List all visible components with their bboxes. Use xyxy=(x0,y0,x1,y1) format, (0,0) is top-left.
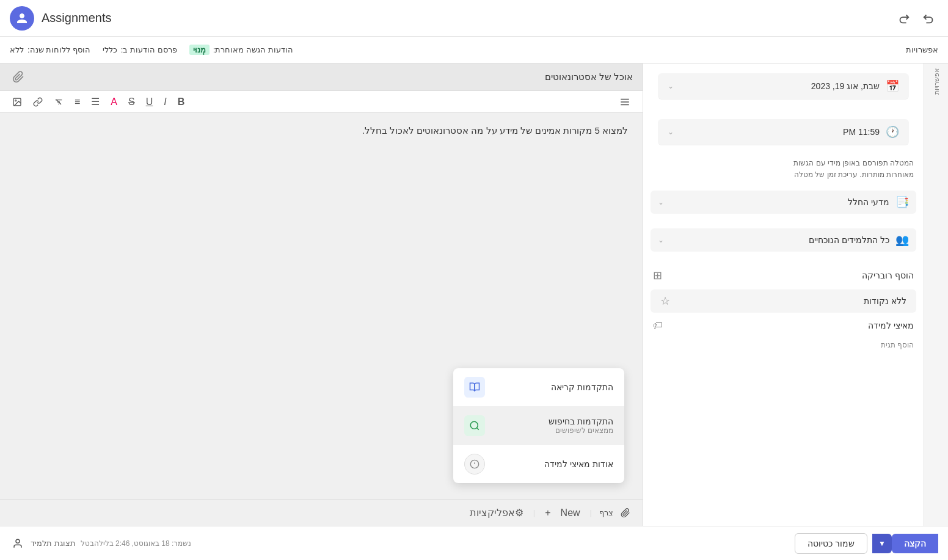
apps-label: אפליקציות xyxy=(470,507,515,518)
plus-label: + xyxy=(545,507,550,518)
late-info-line1: המטלה תפורסם באופן מידי עם הגשות xyxy=(653,158,914,169)
strikethrough-button[interactable]: S xyxy=(126,95,137,109)
submit-arrow-button[interactable]: ▼ xyxy=(872,534,892,553)
format-value: כללי xyxy=(103,45,117,54)
rubric-label: הוסף רובריקה xyxy=(862,271,914,280)
time-section: 🕐 11:59 PM ⌄ xyxy=(643,109,924,155)
time-value: 11:59 PM xyxy=(843,127,880,137)
no-label: ללא xyxy=(10,45,24,54)
link-button[interactable] xyxy=(31,96,45,108)
content-title: אוכל של אסטרונאוטים xyxy=(545,71,633,82)
search-progress-item[interactable]: התקדמות בחיפוש ממצאים לשיפושים xyxy=(453,407,624,445)
options-item[interactable]: אפשרויות xyxy=(906,45,938,54)
editor-tools-right xyxy=(617,95,633,109)
text-color-button[interactable]: A xyxy=(108,95,120,109)
attach-title-button[interactable] xyxy=(10,68,27,85)
students-row-left: 👥 כל התלמידים הנוכחיים xyxy=(809,233,909,247)
split-btn: הקצה ▼ xyxy=(872,534,938,553)
submit-button[interactable]: הקצה xyxy=(892,534,938,553)
students-value: כל התלמידים הנוכחיים xyxy=(809,235,889,245)
editor-toolbar: B I U S A ☰ ≡ xyxy=(0,90,643,113)
underline-button[interactable]: U xyxy=(144,95,156,109)
tag-row[interactable]: מאיצי למידה 🏷 xyxy=(643,315,924,336)
right-content: אוכל של אסטרונאוטים B I xyxy=(0,64,643,526)
time-row-left: 🕐 11:59 PM xyxy=(843,125,899,139)
students-chevron: ⌄ xyxy=(658,236,664,244)
post-format-item[interactable]: פרסם הודעות ב: כללי xyxy=(103,45,177,54)
date-section: 📅 שבת, אוג 19, 2023 ⌄ xyxy=(643,64,924,109)
students-row[interactable]: 👥 כל התלמידים הנוכחיים ⌄ xyxy=(651,228,916,252)
top-bar-right: Assignments xyxy=(10,6,112,31)
add-label-row: הוסף תגית xyxy=(643,338,924,352)
date-chevron: ⌄ xyxy=(668,82,674,90)
new-button[interactable]: New xyxy=(558,506,583,520)
star-icon: ☆ xyxy=(660,294,670,308)
subject-row[interactable]: 📑 מדעי החלל ⌄ xyxy=(651,191,916,214)
subject-icon: 📑 xyxy=(895,195,909,209)
time-chevron: ⌄ xyxy=(668,128,674,136)
far-left-label: אפשרויות xyxy=(932,68,940,95)
list-unordered-button[interactable]: ☰ xyxy=(89,95,102,109)
svg-point-5 xyxy=(15,100,16,101)
list-ordered-button[interactable]: ≡ xyxy=(72,95,82,109)
new-label: New xyxy=(561,507,580,518)
calendar-icon: 📅 xyxy=(886,79,899,93)
apps-icon: ⚙ xyxy=(515,507,523,518)
send-method-label: הודעות הגשה מאוחרת: xyxy=(213,45,293,54)
top-bar-left xyxy=(894,9,938,27)
learning-tools-item[interactable]: אודות מאיצי למידה xyxy=(453,445,624,483)
add-dashboard-label: הוסף ללוחות שנה: xyxy=(27,45,90,54)
date-value: שבת, אוג 19, 2023 xyxy=(811,81,880,91)
assignments-label: Assignments xyxy=(42,11,112,25)
footer-right: נשמר: 18 באוגוסט, 2:46 בלילהבטל תצוגת תל… xyxy=(10,536,191,551)
content-title-bar: אוכל של אסטרונאוטים xyxy=(0,64,643,90)
options-label: אפשרויות xyxy=(906,45,938,54)
plus-button[interactable]: + xyxy=(542,506,553,520)
search-sub-label: ממצאים לשיפושים xyxy=(549,426,613,435)
main-layout: אפשרויות 📅 שבת, אוג 19, 2023 ⌄ 🕐 11:59 P… xyxy=(0,64,948,526)
no-points-label: ללא נקודות xyxy=(864,296,906,306)
far-left-panel: אפשרויות xyxy=(924,64,948,526)
subject-value: מדעי החלל xyxy=(848,197,889,207)
remove-format-button[interactable] xyxy=(51,96,66,108)
popup-menu: התקדמות קריאה התקדמות בחיפוש ממצאים לשיפ… xyxy=(453,368,624,483)
search-progress-icon xyxy=(464,415,485,436)
attach-button[interactable] xyxy=(618,507,633,519)
editor-body: למצוא 5 מקורות אמינים של מידע על מה אסטר… xyxy=(15,125,628,136)
italic-button[interactable]: I xyxy=(161,95,169,109)
bold-button[interactable]: B xyxy=(175,95,188,109)
divider1: | xyxy=(590,508,592,517)
image-button[interactable] xyxy=(10,96,24,108)
learning-tools-icon xyxy=(464,454,485,475)
avatar-button[interactable] xyxy=(10,6,34,31)
editor-tools-left: B I U S A ☰ ≡ xyxy=(10,95,187,109)
search-progress-label: התקדמות בחיפוש xyxy=(549,416,613,426)
more-menu-button[interactable] xyxy=(617,95,633,109)
students-icon: 👥 xyxy=(895,233,909,247)
grid-icon: ⊞ xyxy=(653,269,662,282)
post-format-label: פרסם הודעות ב: xyxy=(121,45,177,54)
students-section: 👥 כל התלמידים הנוכחיים ⌄ xyxy=(643,224,924,261)
date-row[interactable]: 📅 שבת, אוג 19, 2023 ⌄ xyxy=(658,73,909,100)
student-view-icon[interactable] xyxy=(10,536,26,551)
save-draft-button[interactable]: שמור כטיוטה xyxy=(795,533,867,554)
send-method-item[interactable]: הודעות הגשה מאוחרת: מְנוּי xyxy=(189,45,293,55)
footer-left: הקצה ▼ שמור כטיוטה xyxy=(795,533,938,554)
reading-progress-item[interactable]: התקדמות קריאה xyxy=(453,368,624,407)
svg-point-6 xyxy=(470,421,478,429)
no-points-row[interactable]: ללא נקודות ☆ xyxy=(651,289,916,313)
method-value: מְנוּי xyxy=(189,45,210,55)
footer: הקצה ▼ שמור כטיוטה נשמר: 18 באוגוסט, 2:4… xyxy=(0,526,948,560)
time-row[interactable]: 🕐 11:59 PM ⌄ xyxy=(658,119,909,145)
rubric-row[interactable]: הוסף רובריקה ⊞ xyxy=(643,264,924,287)
undo-button[interactable] xyxy=(920,9,938,27)
bottom-toolbar: צרף | New + | ⚙ אפליקציות xyxy=(0,499,643,526)
add-dashboard-item[interactable]: הוסף ללוחות שנה: ללא xyxy=(10,45,90,54)
reading-progress-icon xyxy=(464,377,485,398)
apps-button[interactable]: ⚙ אפליקציות xyxy=(467,506,526,520)
redo-button[interactable] xyxy=(894,9,913,27)
subject-section: 📑 מדעי החלל ⌄ xyxy=(643,186,924,224)
late-info: המטלה תפורסם באופן מידי עם הגשות מאוחרות… xyxy=(643,155,924,186)
top-bar: Assignments xyxy=(0,0,948,37)
tag-label: מאיצי למידה xyxy=(868,321,914,330)
